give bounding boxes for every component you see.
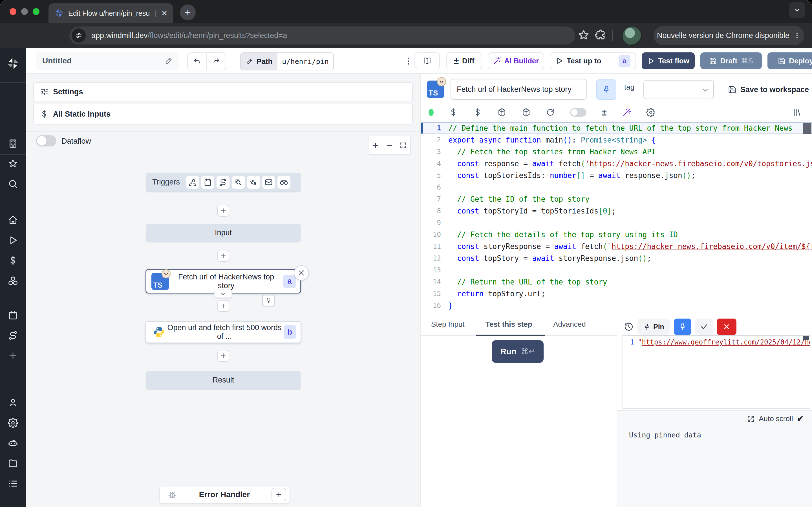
extensions-icon[interactable] bbox=[594, 29, 607, 41]
code-line-14[interactable]: 14 // Return the URL of the top story bbox=[421, 276, 812, 288]
ai-builder-button[interactable]: AI Builder bbox=[488, 52, 544, 69]
dollar-icon[interactable] bbox=[449, 108, 458, 117]
tag-select[interactable] bbox=[644, 80, 714, 99]
editor-settings-gear-icon[interactable] bbox=[646, 108, 655, 117]
reload-script-icon[interactable] bbox=[546, 108, 555, 117]
pin-step-button[interactable] bbox=[596, 79, 616, 100]
auto-scroll-control[interactable]: Auto scroll ✔ bbox=[747, 414, 804, 424]
play-icon[interactable] bbox=[6, 234, 19, 247]
calendar-icon[interactable] bbox=[6, 309, 19, 322]
add-step-button[interactable] bbox=[217, 300, 229, 312]
package-lock-icon[interactable] bbox=[522, 108, 530, 117]
email-icon[interactable] bbox=[262, 176, 275, 189]
dataflow-toggle[interactable] bbox=[36, 135, 56, 147]
pinned-data-editor[interactable]: 1 "https://www.geoffreylitt.com/2025/04/… bbox=[622, 335, 810, 409]
test-flow-button[interactable]: Test flow bbox=[642, 52, 695, 69]
editor-scrollbar-thumb[interactable] bbox=[803, 123, 811, 134]
route-icon[interactable] bbox=[6, 329, 19, 342]
path-value[interactable]: u/henri/pin bbox=[277, 53, 333, 70]
code-line-15[interactable]: 15 return topStory.url; bbox=[421, 288, 812, 300]
run-button[interactable]: Run ⌘↵ bbox=[492, 340, 544, 363]
maximize-window-button[interactable] bbox=[33, 8, 40, 15]
package-icon[interactable] bbox=[497, 108, 506, 117]
code-line-8[interactable]: 8 const topStoryId = topStoriesIds[0]; bbox=[421, 205, 812, 217]
chrome-menu-kebab-icon[interactable] bbox=[794, 32, 801, 39]
docs-button[interactable] bbox=[414, 52, 440, 69]
test-up-to-button[interactable]: Test up to a bbox=[550, 52, 636, 69]
confirm-pin-button[interactable] bbox=[695, 319, 713, 335]
tab-test-this-step[interactable]: Test this step bbox=[486, 320, 532, 329]
building-icon[interactable] bbox=[6, 137, 19, 150]
redo-button[interactable] bbox=[207, 53, 225, 70]
dollar-cached-icon[interactable] bbox=[473, 108, 482, 117]
add-step-button[interactable] bbox=[217, 205, 229, 217]
pinned-editor-scrollbar[interactable] bbox=[803, 336, 809, 340]
code-line-12[interactable]: 12 const topStory = await storyResponse.… bbox=[421, 252, 812, 264]
path-group[interactable]: Path u/henri/pin bbox=[240, 52, 334, 70]
star-icon[interactable] bbox=[6, 157, 19, 170]
gear-icon[interactable] bbox=[6, 416, 19, 429]
pinned-active-button[interactable] bbox=[674, 319, 691, 335]
input-node[interactable]: Input bbox=[146, 224, 301, 242]
url-bar[interactable]: app.windmill.dev/flows/edit/u/henri/pin_… bbox=[69, 26, 575, 45]
schedule-icon[interactable] bbox=[201, 176, 214, 189]
undo-button[interactable] bbox=[188, 53, 207, 70]
code-line-11[interactable]: 11 const storyResponse = await fetch(`ht… bbox=[421, 240, 812, 252]
zoom-in-icon[interactable] bbox=[372, 142, 379, 149]
windmill-logo[interactable] bbox=[6, 57, 19, 70]
flow-step-b[interactable]: Open url and fetch first 500 words of ..… bbox=[146, 321, 301, 343]
zoom-out-icon[interactable] bbox=[386, 142, 393, 149]
history-icon[interactable] bbox=[624, 322, 633, 332]
cubes-icon[interactable] bbox=[6, 274, 19, 287]
expand-icon[interactable] bbox=[747, 415, 755, 423]
websocket-icon[interactable] bbox=[232, 176, 245, 189]
scheduled-poll-icon[interactable] bbox=[277, 176, 290, 189]
chrome-update-button[interactable]: Nouvelle version de Chrome disponible bbox=[654, 26, 804, 45]
add-step-button[interactable] bbox=[217, 350, 229, 362]
kafka-icon[interactable] bbox=[247, 176, 260, 189]
user-icon[interactable] bbox=[6, 396, 19, 409]
draft-button[interactable]: Draft⌘S bbox=[700, 52, 762, 69]
robot-icon[interactable] bbox=[6, 437, 19, 450]
triggers-node[interactable]: Triggers bbox=[146, 173, 301, 191]
plus-icon[interactable] bbox=[6, 349, 19, 362]
code-line-3[interactable]: 3 // Fetch the top stories from Hacker N… bbox=[421, 146, 812, 158]
webhook-icon[interactable] bbox=[186, 176, 199, 189]
minimize-window-button[interactable] bbox=[21, 8, 28, 15]
tab-close-icon[interactable]: ✕ bbox=[161, 9, 167, 18]
close-window-button[interactable] bbox=[10, 8, 16, 15]
save-to-workspace-button[interactable]: Save to workspace bbox=[728, 81, 809, 98]
deploy-button[interactable]: Deploy bbox=[767, 52, 812, 69]
step-summary-input[interactable] bbox=[451, 79, 587, 100]
result-node[interactable]: Result bbox=[146, 371, 301, 389]
error-handler-node[interactable]: Error Handler bbox=[159, 486, 290, 503]
flow-title-field[interactable]: Untitled bbox=[36, 52, 179, 70]
step-a-pin-indicator[interactable] bbox=[262, 295, 274, 306]
code-line-7[interactable]: 7 // Get the ID of the top story bbox=[421, 193, 812, 205]
code-line-6[interactable]: 6 bbox=[421, 181, 812, 193]
tab-step-input[interactable]: Step Input bbox=[431, 320, 465, 329]
plus-minus-icon[interactable]: ± bbox=[602, 108, 607, 117]
add-error-handler-button[interactable] bbox=[271, 488, 286, 501]
tab-overflow-chevron[interactable] bbox=[789, 2, 805, 18]
tab-advanced[interactable]: Advanced bbox=[553, 320, 586, 329]
home-icon[interactable] bbox=[6, 214, 19, 226]
more-options-kebab-icon[interactable] bbox=[404, 56, 413, 66]
new-tab-button[interactable]: + bbox=[180, 4, 196, 20]
pencil-icon[interactable] bbox=[165, 57, 173, 65]
search-icon[interactable] bbox=[6, 177, 19, 190]
code-line-1[interactable]: 1// Define the main function to fetch th… bbox=[421, 122, 812, 134]
diff-mode-toggle[interactable] bbox=[570, 108, 587, 117]
fit-view-icon[interactable] bbox=[400, 142, 407, 149]
site-info-icon[interactable] bbox=[71, 29, 86, 43]
code-line-4[interactable]: 4 const response = await fetch('https://… bbox=[421, 158, 812, 170]
dollar-icon[interactable] bbox=[6, 254, 19, 267]
list-icon[interactable] bbox=[6, 477, 19, 490]
all-static-inputs-row[interactable]: All Static Inputs bbox=[33, 104, 413, 124]
remove-step-button[interactable] bbox=[294, 265, 309, 281]
code-line-5[interactable]: 5 const topStoriesIds: number[] = await … bbox=[421, 170, 812, 181]
code-line-10[interactable]: 10 // Fetch the details of the top story… bbox=[421, 229, 812, 240]
http-route-icon[interactable] bbox=[216, 176, 230, 189]
bookmark-star-icon[interactable] bbox=[577, 29, 590, 41]
code-line-9[interactable]: 9 bbox=[421, 217, 812, 229]
